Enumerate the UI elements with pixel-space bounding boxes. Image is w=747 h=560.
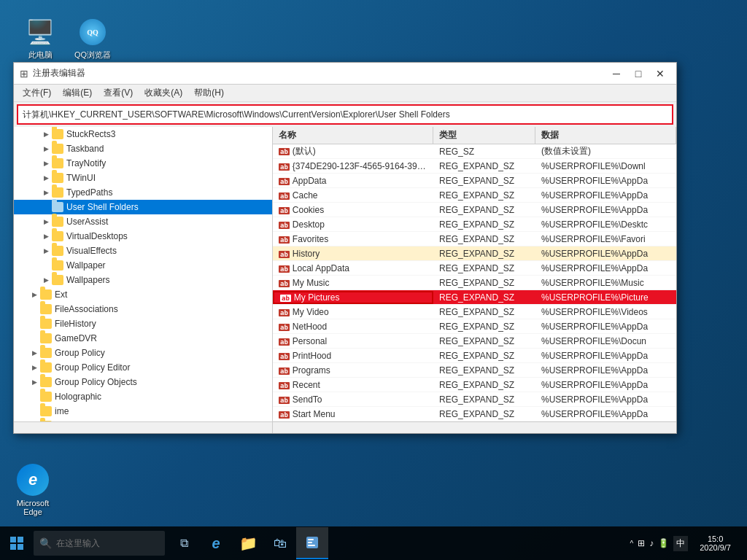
value-row-appdata[interactable]: abAppData REG_EXPAND_SZ %USERPROFILE%\Ap… [273,174,676,188]
tree-item-wallpapers[interactable]: ▶ Wallpapers [14,273,272,287]
value-row-desktop[interactable]: abDesktop REG_EXPAND_SZ %USERPROFILE%\De… [273,217,676,232]
taskbar-store-icon[interactable]: 🛍 [264,527,296,559]
tree-item-group-policy-editor[interactable]: ▶ Group Policy Editor [14,360,272,375]
tree-item-group-policy-objects[interactable]: ▶ Group Policy Objects [14,375,272,389]
item-label: StuckRects3 [66,129,115,139]
col-type-header: 类型 [433,127,535,144]
tree-item-ime[interactable]: ime [14,404,272,419]
item-label: TrayNotify [66,158,106,168]
value-data: %USERPROFILE%\Downl [535,161,676,171]
taskview-button[interactable]: ⧉ [168,527,200,559]
expand-icon [28,303,40,315]
folder-icon [52,144,63,154]
value-name: abHistory [273,249,433,259]
value-row-cache[interactable]: abCache REG_EXPAND_SZ %USERPROFILE%\AppD… [273,188,676,203]
tree-item-fileassociations[interactable]: FileAssociations [14,302,272,316]
menu-edit[interactable]: 编辑(E) [57,85,98,101]
value-row-programs[interactable]: abPrograms REG_EXPAND_SZ %USERPROFILE%\A… [273,363,676,378]
tree-item-holographic[interactable]: Holographic [14,389,272,404]
taskbar: 🔍 ⧉ e 📁 🛍 [0,526,747,560]
value-row-startmenu[interactable]: abStart Menu REG_EXPAND_SZ %USERPROFILE%… [273,407,676,421]
value-row-sendto[interactable]: abSendTo REG_EXPAND_SZ %USERPROFILE%\App… [273,392,676,407]
tree-item-visualeffects[interactable]: ▶ VisualEffects [14,244,272,258]
tree-item-gamedvr[interactable]: GameDVR [14,331,272,346]
value-row-history[interactable]: abHistory REG_EXPAND_SZ %USERPROFILE%\Ap… [273,246,676,261]
value-row-mypictures[interactable]: abMy Pictures REG_EXPAND_SZ %USERPROFILE… [273,290,676,305]
tree-item-userassist[interactable]: ▶ UserAssist [14,214,272,229]
taskbar-pinned-icons: ⧉ e 📁 🛍 [168,527,328,559]
taskbar-search[interactable]: 🔍 [34,531,165,556]
close-button[interactable]: ✕ [650,66,670,82]
expand-icon: ▶ [40,172,52,184]
tray-network-icon[interactable]: ⊞ [638,538,645,548]
tree-item-wallpaper[interactable]: Wallpaper [14,258,272,273]
menu-help[interactable]: 帮助(H) [188,85,230,101]
taskbar-regedit-icon[interactable] [296,527,328,559]
value-row-cookies[interactable]: abCookies REG_EXPAND_SZ %USERPROFILE%\Ap… [273,203,676,217]
search-icon: 🔍 [39,537,52,549]
tray-show-hidden[interactable]: ^ [630,540,633,548]
tree-item-virtualdesktops[interactable]: ▶ VirtualDesktops [14,229,272,244]
value-row-nethood[interactable]: abNetHood REG_EXPAND_SZ %USERPROFILE%\Ap… [273,319,676,334]
tray-volume-icon[interactable]: ♪ [649,538,654,548]
value-row-recent[interactable]: abRecent REG_EXPAND_SZ %USERPROFILE%\App… [273,378,676,392]
tray-clock[interactable]: 15:0 2020/9/7 [694,534,737,552]
taskbar-fileexplorer-icon[interactable]: 📁 [232,527,264,559]
folder-icon [52,158,63,168]
tree-panel[interactable]: ▶ StuckRects3 ▶ Taskband ▶ TrayNotify [14,127,273,421]
tree-item-twinui[interactable]: ▶ TWinUI [14,171,272,185]
tree-item-filehistory[interactable]: FileHistory [14,316,272,331]
value-row-mymusic[interactable]: abMy Music REG_EXPAND_SZ %USERPROFILE%\M… [273,276,676,290]
tree-item-stuckrects3[interactable]: ▶ StuckRects3 [14,127,272,141]
folder-icon [52,231,63,241]
folder-icon [52,217,63,227]
value-row-374de290[interactable]: ab{374DE290-123F-4565-9164-39C4925... RE… [273,159,676,174]
start-button[interactable] [0,526,34,560]
expand-icon: ▶ [40,143,52,155]
tree-item-taskband[interactable]: ▶ Taskband [14,141,272,156]
tree-item-traynotify[interactable]: ▶ TrayNotify [14,156,272,171]
title-bar-drag[interactable]: ⊞ 注册表编辑器 [20,67,606,79]
menu-favorites[interactable]: 收藏夹(A) [139,85,188,101]
values-panel[interactable]: 名称 类型 数据 ab(默认) REG_SZ (数值未设置) ab{374DE2… [273,127,676,421]
desktop-icon-this-pc[interactable]: 🖥️ 此电脑 [15,15,66,63]
maximize-button[interactable]: □ [628,66,649,82]
value-type: REG_EXPAND_SZ [433,394,535,405]
value-row-favorites[interactable]: abFavorites REG_EXPAND_SZ %USERPROFILE%\… [273,232,676,246]
expand-icon [40,260,52,271]
folder-icon [40,362,52,373]
value-row-myvideo[interactable]: abMy Video REG_EXPAND_SZ %USERPROFILE%\V… [273,305,676,319]
search-input[interactable] [56,538,159,548]
value-row-localappdata[interactable]: abLocal AppData REG_EXPAND_SZ %USERPROFI… [273,261,676,276]
value-type: REG_EXPAND_SZ [433,234,535,244]
taskbar-edge-icon[interactable]: e [200,527,232,559]
tray-ime-icon[interactable]: 中 [673,536,688,551]
folder-icon [40,392,52,402]
desktop-icon-edge[interactable]: e MicrosoftEdge [7,464,58,516]
tray-battery-icon[interactable]: 🔋 [658,538,669,548]
menu-file[interactable]: 文件(F) [17,85,57,101]
col-name-header: 名称 [273,127,433,144]
value-data: %USERPROFILE%\AppDa [535,322,676,332]
expand-icon [28,332,40,344]
value-type: REG_EXPAND_SZ [433,219,535,230]
tree-item-ext[interactable]: ▶ Ext [14,287,272,302]
this-pc-label: 此电脑 [28,50,53,61]
title-bar-controls: ─ □ ✕ [606,66,670,82]
address-bar[interactable]: 计算机\HKEY_CURRENT_USER\SOFTWARE\Microsoft… [17,104,673,125]
minimize-button[interactable]: ─ [606,66,627,82]
value-type: REG_SZ [433,147,535,157]
tree-item-typedpaths[interactable]: ▶ TypedPaths [14,185,272,200]
value-row-default[interactable]: ab(默认) REG_SZ (数值未设置) [273,144,676,159]
folder-icon [52,260,63,271]
menu-view[interactable]: 查看(V) [98,85,139,101]
item-label: ime [55,406,69,416]
value-row-printhood[interactable]: abPrintHood REG_EXPAND_SZ %USERPROFILE%\… [273,349,676,363]
svg-rect-2 [308,542,312,543]
tree-item-user-shell-folders[interactable]: User Shell Folders [14,200,272,214]
desktop-icon-qq-browser[interactable]: QQ QQ浏览器 [67,15,118,63]
tree-item-group-policy[interactable]: ▶ Group Policy [14,346,272,360]
value-row-personal[interactable]: abPersonal REG_EXPAND_SZ %USERPROFILE%\D… [273,334,676,349]
regedit-window: ⊞ 注册表编辑器 ─ □ ✕ 文件(F) 编辑(E) 查看(V) 收藏夹(A) … [13,62,677,434]
value-type: REG_EXPAND_SZ [433,351,535,361]
